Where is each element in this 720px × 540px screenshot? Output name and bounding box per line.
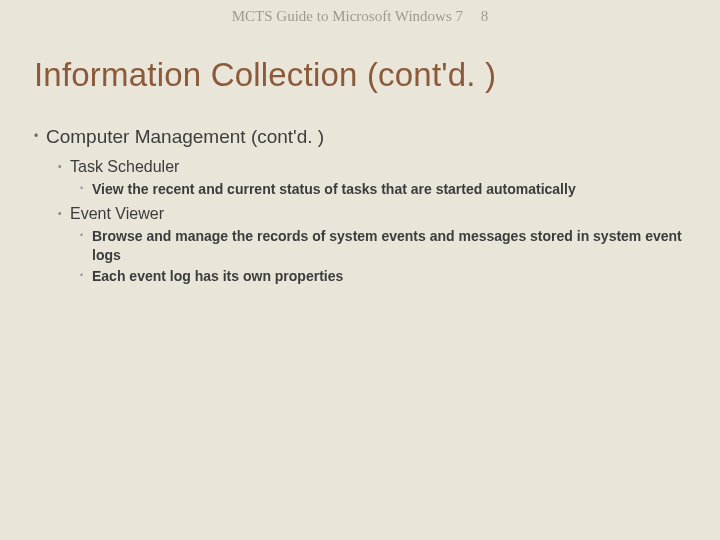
slide-body: Computer Management (cont'd. ) Task Sche… <box>34 126 686 288</box>
bullet-level3: Browse and manage the records of system … <box>34 227 686 265</box>
bullet-level2-task-scheduler: Task Scheduler <box>34 158 686 176</box>
page-number: 8 <box>481 8 489 24</box>
book-title: MCTS Guide to Microsoft Windows 7 <box>232 8 463 24</box>
header-line: MCTS Guide to Microsoft Windows 7 8 <box>0 8 720 25</box>
bullet-level3: View the recent and current status of ta… <box>34 180 686 199</box>
bullet-level2-event-viewer: Event Viewer <box>34 205 686 223</box>
slide-title: Information Collection (cont'd. ) <box>34 56 496 94</box>
bullet-level3: Each event log has its own properties <box>34 267 686 286</box>
bullet-level1: Computer Management (cont'd. ) <box>34 126 686 148</box>
